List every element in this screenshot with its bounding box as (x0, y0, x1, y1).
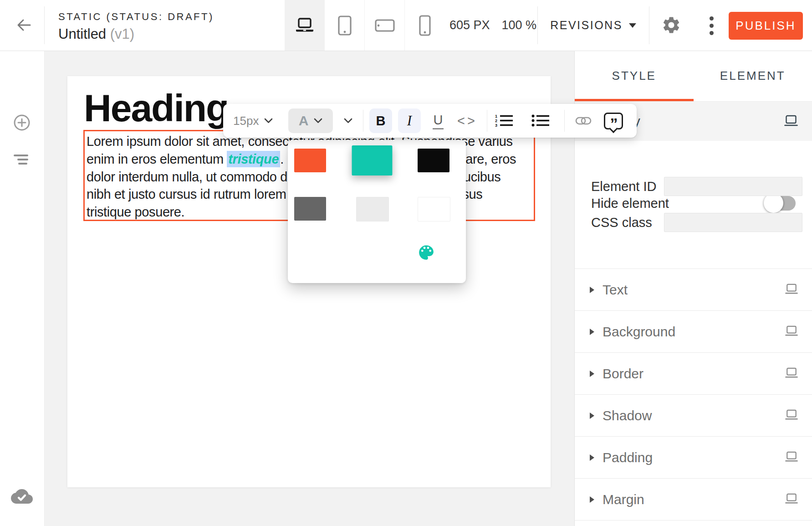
text-color-dropdown[interactable]: A (288, 108, 333, 133)
back-arrow-icon (14, 15, 34, 35)
divider (537, 6, 538, 44)
code-button[interactable]: <> (455, 104, 480, 138)
quote-icon: ” (604, 113, 623, 129)
section-shadow[interactable]: Shadow (575, 394, 812, 436)
svg-text:2: 2 (495, 119, 497, 123)
swatch-white[interactable] (418, 197, 450, 222)
document-version: (v1) (110, 26, 134, 42)
underline-button[interactable]: U (428, 104, 448, 138)
element-id-row: Element ID (591, 176, 802, 196)
style-sections: TextBackgroundBorderShadowPaddingMargin (575, 268, 812, 521)
device-preview-group (285, 0, 444, 51)
device-scope-icon[interactable] (785, 451, 798, 464)
chevron-right-icon (590, 371, 594, 377)
device-scope-icon[interactable] (785, 493, 798, 506)
more-format-dropdown[interactable] (338, 104, 358, 138)
link-icon (575, 115, 592, 126)
canvas-dimensions: 605 PX 100 % (449, 0, 537, 51)
settings-button[interactable] (661, 15, 681, 35)
chevron-down-icon (314, 118, 322, 124)
caret-down-icon (629, 23, 636, 28)
left-sidebar (0, 51, 45, 526)
revisions-dropdown[interactable]: REVISIONS (551, 0, 635, 51)
svg-text:3: 3 (495, 123, 497, 128)
unordered-list-icon (531, 113, 550, 128)
more-options-button[interactable] (703, 12, 720, 39)
panel-tabs: STYLE ELEMENT (575, 51, 812, 102)
section-margin[interactable]: Margin (575, 478, 812, 520)
text-format-toolbar: 15px A B I U <> 1 2 3 (223, 104, 637, 138)
heading-text[interactable]: Heading (84, 84, 228, 132)
css-class-row: CSS class (591, 212, 802, 232)
swatch-transparent[interactable] (294, 244, 326, 268)
swatch-custom-color[interactable] (418, 244, 449, 268)
selected-word[interactable]: tristique (227, 151, 280, 167)
svg-text:1: 1 (495, 114, 497, 119)
section-text[interactable]: Text (575, 268, 812, 310)
chevron-right-icon (590, 496, 594, 503)
device-desktop-button[interactable] (285, 0, 324, 51)
device-scope-icon[interactable] (785, 325, 798, 339)
publish-button[interactable]: PUBLISH (729, 12, 803, 40)
section-background[interactable]: Background (575, 310, 812, 352)
hide-element-label: Hide element (591, 196, 669, 211)
section-border[interactable]: Border (575, 352, 812, 394)
element-id-input[interactable] (664, 177, 802, 196)
italic-button[interactable]: I (398, 108, 421, 133)
saved-status (11, 488, 33, 505)
back-button[interactable] (14, 15, 34, 35)
tab-element[interactable]: ELEMENT (694, 51, 812, 101)
device-scope-icon[interactable] (785, 284, 798, 297)
chevron-down-icon (344, 118, 352, 124)
zoom-level-value: 100 % (502, 18, 537, 32)
chevron-right-icon (590, 287, 594, 293)
tablet-portrait-icon (337, 15, 352, 36)
swatch-teal[interactable] (352, 145, 393, 175)
section-padding[interactable]: Padding (575, 436, 812, 478)
device-tablet-portrait-button[interactable] (324, 0, 364, 51)
top-bar: STATIC (STATUS: DRAFT) Untitled (v1) (0, 0, 812, 51)
document-status: STATIC (STATUS: DRAFT) (58, 11, 214, 23)
ordered-list-button[interactable]: 1 2 3 (493, 104, 516, 138)
css-class-input[interactable] (664, 213, 802, 232)
outline-button[interactable] (14, 155, 29, 165)
outline-icon (14, 155, 28, 156)
device-scope-icon[interactable] (784, 115, 798, 129)
desktop-icon (294, 17, 316, 34)
tab-style[interactable]: STYLE (575, 51, 694, 101)
page-builder-app: Heading Lorem ipsum dolor sit amet, cons… (0, 0, 812, 526)
link-button[interactable] (572, 104, 595, 138)
chevron-down-icon (264, 118, 273, 124)
document-title: Untitled (v1) (58, 26, 214, 42)
swatch-orange[interactable] (294, 149, 326, 172)
gear-icon (661, 15, 681, 35)
font-size-dropdown[interactable]: 15px (233, 104, 273, 138)
unordered-list-button[interactable] (529, 104, 552, 138)
quote-button[interactable]: ” (602, 104, 625, 138)
swatch-light-gray[interactable] (356, 197, 389, 222)
bold-button[interactable]: B (369, 108, 392, 133)
divider (44, 6, 45, 44)
divider (649, 6, 649, 44)
kebab-icon (710, 16, 714, 21)
document-title-block: STATIC (STATUS: DRAFT) Untitled (v1) (58, 11, 214, 42)
chevron-right-icon (590, 329, 594, 335)
device-mobile-button[interactable] (404, 0, 444, 51)
chevron-right-icon (590, 454, 594, 461)
cloud-check-icon (11, 488, 33, 505)
mobile-icon (419, 15, 431, 36)
css-class-label: CSS class (591, 215, 652, 230)
plus-circle-icon (13, 113, 31, 132)
add-element-button[interactable] (13, 113, 31, 132)
color-picker-popup (288, 140, 466, 283)
chevron-right-icon (590, 413, 594, 419)
element-id-label: Element ID (591, 179, 656, 194)
ordered-list-icon: 1 2 3 (495, 113, 513, 128)
device-scope-icon[interactable] (785, 409, 798, 423)
tablet-landscape-icon (375, 19, 395, 32)
swatch-black[interactable] (418, 149, 449, 172)
device-tablet-landscape-button[interactable] (364, 0, 404, 51)
canvas-width-value: 605 PX (449, 18, 490, 32)
device-scope-icon[interactable] (785, 367, 798, 381)
swatch-dark-gray[interactable] (294, 197, 326, 221)
